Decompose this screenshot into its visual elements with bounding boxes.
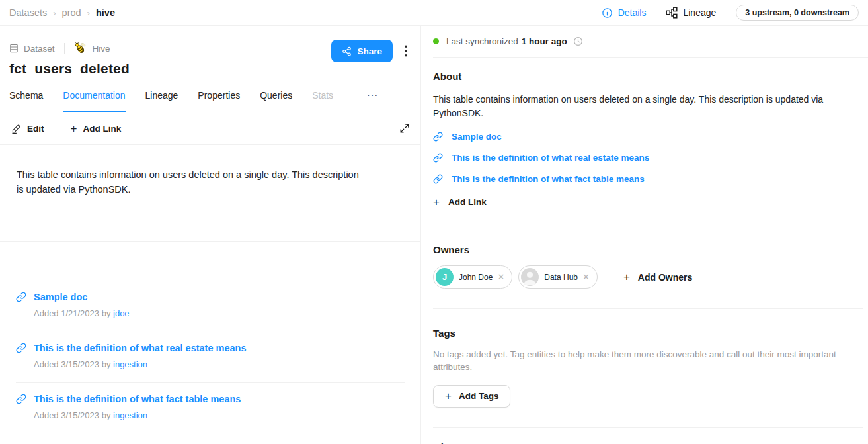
plus-icon: +	[445, 390, 452, 402]
tab-lineage[interactable]: Lineage	[145, 79, 178, 112]
entity-tabs: Schema Documentation Lineage Properties …	[0, 79, 420, 112]
about-links: Sample doc This is the definition of wha…	[433, 132, 853, 184]
lineage-count-badge[interactable]: 3 upstream, 0 downstream	[736, 5, 859, 21]
tags-heading: Tags	[433, 328, 853, 339]
user-link[interactable]: ingestion	[113, 410, 147, 420]
user-link[interactable]: jdoe	[113, 308, 130, 318]
edit-label: Edit	[27, 124, 44, 134]
add-link-button[interactable]: + Add Link	[71, 123, 122, 134]
plus-icon: +	[71, 123, 77, 134]
sync-dot-icon	[433, 38, 439, 44]
add-link-label: Add Link	[83, 124, 121, 134]
entity-panel: Dataset Hive fct_users_deleted	[0, 26, 421, 444]
lineage-button[interactable]: Lineage	[666, 7, 716, 19]
close-icon[interactable]: ✕	[582, 273, 590, 281]
hive-logo	[74, 42, 87, 55]
doc-link[interactable]: Sample doc	[16, 292, 405, 302]
doc-link[interactable]: This is the definition of what fact tabl…	[16, 394, 405, 404]
added-text: Added 3/15/2023 by	[34, 410, 110, 420]
breadcrumb-item-prod[interactable]: prod	[62, 7, 81, 18]
info-icon	[602, 7, 613, 19]
tab-properties[interactable]: Properties	[198, 79, 240, 112]
link-icon	[433, 174, 443, 184]
chevron-right-icon: ›	[53, 8, 56, 18]
owner-pill[interactable]: J John Doe ✕	[433, 265, 512, 289]
topbar-actions: Details Lineage 3 upstream, 0 downstream	[602, 5, 859, 21]
documentation-links-list: Sample doc Added 1/21/2023 by jdoe This …	[0, 281, 420, 433]
breadcrumb-item-hive[interactable]: hive	[96, 7, 115, 18]
platform-label: Hive	[93, 44, 110, 54]
more-options-button[interactable]	[401, 42, 411, 60]
share-button[interactable]: Share	[331, 40, 393, 62]
lineage-icon	[666, 7, 678, 19]
glossary-heading: Glossary Terms	[433, 441, 853, 444]
entity-type-label: Dataset	[24, 44, 55, 54]
doc-link[interactable]: This is the definition of what fact tabl…	[433, 174, 853, 184]
owners-heading: Owners	[433, 244, 853, 255]
sync-time: 1 hour ago	[522, 36, 567, 46]
lineage-label: Lineage	[683, 7, 716, 18]
about-heading: About	[433, 71, 853, 82]
tags-section: Tags No tags added yet. Tag entities to …	[433, 309, 868, 408]
tab-stats: Stats	[312, 79, 333, 112]
add-link-button[interactable]: + Add Link	[433, 197, 487, 208]
details-label: Details	[618, 7, 647, 18]
doc-link[interactable]: This is the definition of what real esta…	[433, 153, 853, 163]
list-item: Sample doc Added 1/21/2023 by jdoe	[16, 281, 405, 332]
about-description: This table contains information on users…	[433, 93, 853, 120]
tab-more[interactable]: ···	[356, 79, 389, 112]
add-tags-label: Add Tags	[459, 391, 499, 401]
divider	[64, 43, 65, 54]
doc-link-title: This is the definition of what real esta…	[452, 153, 649, 163]
link-icon	[16, 394, 26, 404]
owner-name: Data Hub	[544, 273, 578, 282]
page-title: fct_users_deleted	[9, 61, 410, 77]
plus-icon: +	[623, 271, 630, 283]
user-link[interactable]: ingestion	[113, 359, 147, 369]
doc-link-meta: Added 1/21/2023 by jdoe	[34, 308, 405, 318]
owner-pill[interactable]: Data Hub ✕	[518, 265, 598, 289]
tab-schema[interactable]: Schema	[9, 79, 43, 112]
add-owners-button[interactable]: + Add Owners	[623, 271, 692, 283]
header-actions: Share	[331, 40, 411, 62]
documentation-description: This table contains information on users…	[0, 145, 378, 197]
list-item: This is the definition of what fact tabl…	[16, 382, 405, 433]
glossary-section: Glossary Terms No terms added yet. Apply…	[433, 428, 868, 444]
doc-link[interactable]: Sample doc	[433, 132, 853, 142]
added-text: Added 3/15/2023 by	[34, 359, 110, 369]
doc-link-title: This is the definition of what fact tabl…	[34, 394, 241, 404]
edit-button[interactable]: Edit	[11, 124, 44, 134]
breadcrumb-item-datasets[interactable]: Datasets	[9, 7, 47, 18]
edit-icon	[11, 124, 21, 134]
owners-section: Owners J John Doe ✕ Data Hub ✕	[433, 228, 868, 289]
avatar: J	[436, 268, 454, 286]
list-item: This is the definition of what real esta…	[16, 332, 405, 382]
main-content: Dataset Hive fct_users_deleted	[0, 26, 868, 444]
divider	[0, 241, 420, 242]
clock-icon	[573, 36, 583, 46]
add-link-label: Add Link	[448, 197, 487, 207]
kebab-icon	[405, 45, 407, 57]
entity-header: Dataset Hive fct_users_deleted	[0, 26, 420, 79]
link-icon	[16, 343, 26, 353]
tab-queries[interactable]: Queries	[260, 79, 292, 112]
expand-button[interactable]	[400, 124, 409, 133]
tags-empty-text: No tags added yet. Tag entities to help …	[433, 349, 853, 374]
tab-documentation[interactable]: Documentation	[63, 79, 125, 112]
top-header: Datasets › prod › hive Details	[0, 0, 868, 26]
dataset-icon	[9, 44, 19, 53]
plus-icon: +	[433, 197, 440, 208]
details-button[interactable]: Details	[602, 7, 647, 19]
link-icon	[433, 153, 443, 163]
doc-link-meta: Added 3/15/2023 by ingestion	[34, 410, 405, 420]
close-icon[interactable]: ✕	[497, 273, 504, 281]
sync-label: Last synchronized	[446, 36, 518, 46]
owners-list: J John Doe ✕ Data Hub ✕ +	[433, 265, 853, 289]
link-icon	[16, 292, 26, 302]
entity-sidebar: Last synchronized 1 hour ago About This …	[421, 26, 868, 444]
sync-status: Last synchronized 1 hour ago	[433, 26, 868, 58]
doc-link-meta: Added 3/15/2023 by ingestion	[34, 359, 405, 369]
add-tags-button[interactable]: + Add Tags	[433, 385, 510, 408]
doc-link[interactable]: This is the definition of what real esta…	[16, 343, 405, 353]
add-owners-label: Add Owners	[638, 272, 692, 283]
